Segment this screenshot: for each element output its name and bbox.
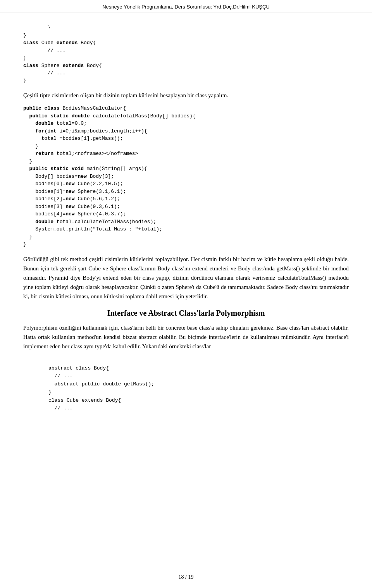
code-line: double total=0.0; (23, 120, 349, 127)
code-line: public class BodiesMassCalculator{ (23, 105, 349, 112)
code-line: } (23, 54, 349, 62)
code-line: } (23, 24, 349, 32)
code-line: class Cube extends Body{ (23, 39, 349, 47)
code-line: bodies[3]=new Cube(9.3,6.1); (23, 203, 349, 211)
footer-page-number: 18 / 19 (179, 574, 194, 580)
code-line: class Cube extends Body{ (48, 397, 324, 405)
code-line: class Sphere extends Body{ (23, 62, 349, 70)
code-line: } (23, 32, 349, 40)
code-line: bodies[0]=new Cube(2.2,10.5); (23, 180, 349, 188)
code-line: // ... (48, 372, 324, 380)
code-line: Body[] bodies=new Body[3]; (23, 173, 349, 181)
code-line: // ... (23, 47, 349, 55)
code-line: abstract public double getMass(); (48, 380, 324, 389)
code-line: public static void main(String[] args){ (23, 165, 349, 173)
page-footer: 18 / 19 (0, 574, 372, 580)
prose-paragraph-3: Polymorphism özelliğini kullanmak için, … (23, 323, 349, 351)
code-line: // ... (48, 404, 324, 413)
code-line: return total;<noframes></noframes> (23, 150, 349, 158)
code-line: System.out.println("Total Mass : "+total… (23, 225, 349, 233)
code-line: // ... (23, 69, 349, 77)
code-line: double total=calculateTotalMass(bodies); (23, 218, 349, 226)
page-header: Nesneye Yönelik Programlama, Ders Soruml… (0, 0, 372, 12)
code-line: } (23, 77, 349, 85)
code-line: total+=bodies[i].getMass(); (23, 135, 349, 143)
code-line: for(int i=0;i&amp;bodies.length;i++){ (23, 127, 349, 135)
code-line: abstract class Body{ (48, 364, 324, 373)
code-line: } (23, 233, 349, 241)
prose-paragraph-1: Çeşitli tipte cisimlerden olişan bir diz… (23, 91, 349, 100)
code-main-block: public class BodiesMassCalculator{ publi… (23, 105, 349, 248)
code-top-block: } } class Cube extends Body{ // ... } cl… (23, 24, 349, 84)
code-line: bodies[2]=new Cube(5.6,1.2); (23, 195, 349, 203)
code-bottom-block: abstract class Body{ // ... abstract pub… (39, 358, 333, 420)
code-line: bodies[4]=new Sphere(4.0,3.7); (23, 210, 349, 218)
prose-paragraph-2: Görüldüğü gibi tek method çeşitli cisiml… (23, 254, 349, 301)
header-text: Nesneye Yönelik Programlama, Ders Soruml… (102, 4, 270, 10)
code-line: } (48, 389, 324, 397)
section-heading: Interface ve Abstract Class'larla Polymo… (23, 309, 349, 318)
code-line: } (23, 158, 349, 165)
page-content: } } class Cube extends Body{ // ... } cl… (0, 12, 372, 442)
code-line: } (23, 143, 349, 150)
code-line: public static double calculateTotalMass(… (23, 112, 349, 120)
code-line: } (23, 241, 349, 248)
code-line: bodies[1]=new Sphere(3.1,6.1); (23, 188, 349, 196)
